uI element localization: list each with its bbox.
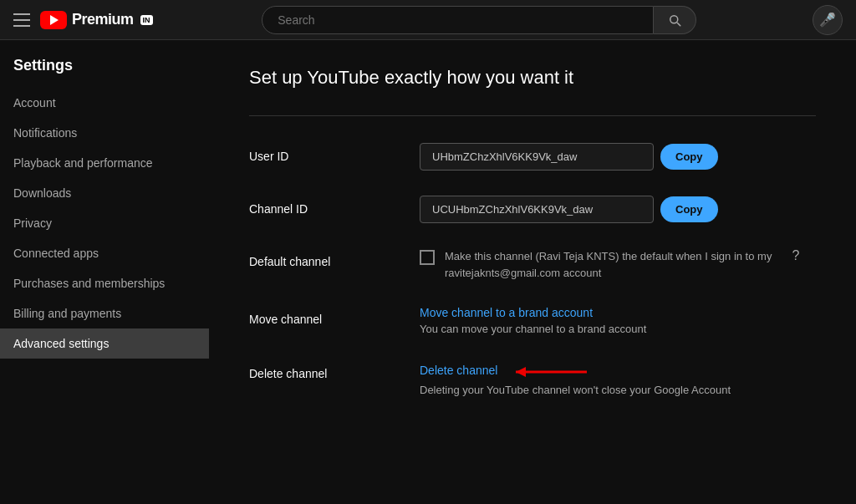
move-channel-desc: You can move your channel to a brand acc… bbox=[420, 323, 816, 335]
main-layout: Settings Account Notifications Playback … bbox=[0, 40, 856, 504]
svg-marker-1 bbox=[516, 367, 526, 377]
menu-button[interactable] bbox=[13, 13, 30, 27]
move-channel-label: Move channel bbox=[249, 306, 400, 326]
delete-channel-link-row: Delete channel bbox=[420, 360, 816, 384]
default-channel-row: Default channel Make this channel (Ravi … bbox=[249, 248, 816, 281]
brand-badge: IN bbox=[140, 15, 153, 25]
top-navigation: PremiumIN 🎤 bbox=[0, 0, 856, 40]
channel-id-value: Copy bbox=[420, 196, 816, 223]
default-channel-checkbox-row: Make this channel (Ravi Teja KNTS) the d… bbox=[420, 248, 816, 281]
default-channel-label: Default channel bbox=[249, 248, 400, 268]
user-id-label: User ID bbox=[249, 143, 400, 163]
sidebar-item-notifications[interactable]: Notifications bbox=[0, 118, 209, 148]
youtube-logo-icon bbox=[40, 11, 67, 29]
sidebar-item-label: Purchases and memberships bbox=[13, 277, 165, 290]
logo-area: PremiumIN bbox=[40, 11, 153, 29]
mic-button[interactable]: 🎤 bbox=[813, 5, 843, 35]
sidebar-item-purchases[interactable]: Purchases and memberships bbox=[0, 268, 209, 298]
search-input[interactable] bbox=[262, 6, 654, 34]
sidebar-item-playback[interactable]: Playback and performance bbox=[0, 148, 209, 178]
sidebar-item-label: Billing and payments bbox=[13, 307, 121, 320]
delete-channel-link[interactable]: Delete channel bbox=[420, 364, 497, 377]
user-id-box: Copy bbox=[420, 143, 816, 171]
sidebar: Settings Account Notifications Playback … bbox=[0, 40, 209, 504]
sidebar-item-label: Advanced settings bbox=[13, 337, 109, 350]
sidebar-item-label: Notifications bbox=[13, 126, 77, 140]
sidebar-item-label: Downloads bbox=[13, 186, 71, 200]
search-icon bbox=[667, 13, 682, 28]
divider bbox=[249, 115, 816, 116]
user-id-value: Copy bbox=[420, 143, 816, 171]
default-channel-checkbox[interactable] bbox=[420, 250, 435, 265]
sidebar-item-privacy[interactable]: Privacy bbox=[0, 208, 209, 238]
default-channel-suffix: account bbox=[563, 267, 602, 279]
sidebar-item-label: Connected apps bbox=[13, 247, 99, 260]
delete-channel-label: Delete channel bbox=[249, 360, 400, 380]
delete-channel-row: Delete channel Delete channel Deleting y… bbox=[249, 360, 816, 396]
default-channel-text: Make this channel (Ravi Teja KNTS) the d… bbox=[445, 248, 772, 281]
content-area: Set up YouTube exactly how you want it U… bbox=[209, 40, 856, 504]
red-arrow-icon bbox=[507, 360, 608, 384]
search-bar bbox=[262, 6, 696, 34]
sidebar-item-downloads[interactable]: Downloads bbox=[0, 178, 209, 208]
default-channel-value: Make this channel (Ravi Teja KNTS) the d… bbox=[420, 248, 816, 281]
help-icon[interactable]: ? bbox=[792, 248, 799, 263]
move-channel-value: Move channel to a brand account You can … bbox=[420, 306, 816, 335]
sidebar-item-connected-apps[interactable]: Connected apps bbox=[0, 238, 209, 268]
sidebar-item-advanced[interactable]: Advanced settings bbox=[0, 328, 209, 359]
default-channel-email: ravitejaknts@gmail.com bbox=[445, 267, 560, 279]
user-id-row: User ID Copy bbox=[249, 143, 816, 171]
default-channel-desc: Make this channel (Ravi Teja KNTS) the d… bbox=[445, 250, 772, 262]
sidebar-item-account[interactable]: Account bbox=[0, 88, 209, 118]
search-button[interactable] bbox=[654, 6, 696, 34]
channel-id-row: Channel ID Copy bbox=[249, 196, 816, 223]
move-channel-row: Move channel Move channel to a brand acc… bbox=[249, 306, 816, 335]
delete-channel-value: Delete channel Deleting your YouTube cha… bbox=[420, 360, 816, 396]
channel-id-box: Copy bbox=[420, 196, 816, 223]
channel-id-label: Channel ID bbox=[249, 196, 400, 216]
page-title: Set up YouTube exactly how you want it bbox=[249, 67, 816, 89]
delete-channel-desc: Deleting your YouTube channel won't clos… bbox=[420, 384, 816, 396]
channel-id-copy-button[interactable]: Copy bbox=[660, 196, 718, 222]
sidebar-title: Settings bbox=[0, 57, 209, 88]
user-id-copy-button[interactable]: Copy bbox=[660, 144, 718, 170]
sidebar-item-billing[interactable]: Billing and payments bbox=[0, 298, 209, 328]
channel-id-field[interactable] bbox=[420, 196, 654, 223]
sidebar-item-label: Playback and performance bbox=[13, 156, 153, 170]
sidebar-item-label: Privacy bbox=[13, 216, 52, 230]
move-channel-link[interactable]: Move channel to a brand account bbox=[420, 306, 816, 319]
brand-name: Premium bbox=[72, 11, 134, 28]
sidebar-item-label: Account bbox=[13, 96, 56, 109]
user-id-field[interactable] bbox=[420, 143, 654, 171]
mic-icon: 🎤 bbox=[819, 12, 836, 28]
